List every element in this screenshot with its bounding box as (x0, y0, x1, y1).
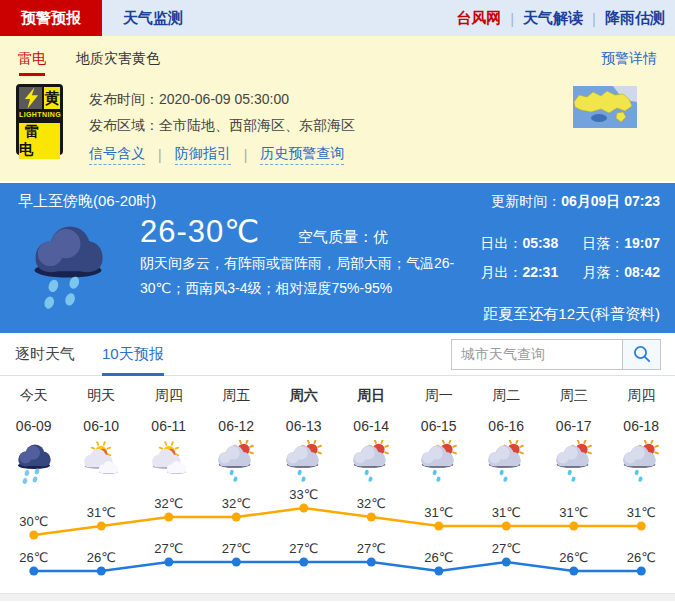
forecast-date: 06-16 (473, 418, 541, 436)
search-button[interactable] (622, 340, 660, 369)
svg-text:32℃: 32℃ (222, 496, 251, 511)
svg-text:26℃: 26℃ (19, 550, 48, 565)
svg-text:31℃: 31℃ (87, 505, 116, 520)
svg-text:26℃: 26℃ (424, 550, 453, 565)
moonrise-stat: 月出：22:31 (480, 264, 558, 282)
forecast-date: 06-12 (203, 418, 271, 436)
forecast-day-label: 周二 (473, 387, 541, 405)
publish-area-label: 发布区域： (89, 117, 159, 133)
forecast-column: 周六06-13 (270, 376, 338, 490)
forecast-date: 06-11 (135, 418, 203, 436)
forecast-column: 周二06-16 (473, 376, 541, 490)
weather-icon-shower (270, 440, 338, 490)
forecast-day-label: 今天 (0, 387, 68, 405)
link-rain-estimation[interactable]: 降雨估测 (605, 9, 665, 28)
forecast-date: 06-14 (338, 418, 406, 436)
nav-separator: | (592, 10, 596, 27)
top-nav: 预警预报 天气监测 台风网 | 天气解读 | 降雨估测 (0, 0, 675, 36)
forecast-day-label: 周一 (405, 387, 473, 405)
warning-body: 黄 LIGHTNING 雷电 发布时间：2020-06-09 05:30:00 … (0, 82, 675, 165)
svg-text:27℃: 27℃ (289, 541, 318, 556)
weather-icon-partly-cloudy (135, 440, 203, 490)
warning-tab-geological[interactable]: 地质灾害黄色 (76, 36, 160, 82)
warning-type-en: LIGHTNING (19, 109, 60, 121)
forecast-date: 06-13 (270, 418, 338, 436)
forecast-day-label: 周三 (540, 387, 608, 405)
moonset-stat: 月落：08:42 (582, 264, 660, 282)
forecast-column: 今天06-09 (0, 376, 68, 490)
svg-text:31℃: 31℃ (559, 505, 588, 520)
temperature-range: 26-30℃ (140, 213, 260, 250)
svg-text:31℃: 31℃ (424, 505, 453, 520)
solar-term-note[interactable]: 距夏至还有12天(科普资料) (483, 305, 660, 324)
svg-text:27℃: 27℃ (492, 541, 521, 556)
svg-text:26℃: 26℃ (627, 550, 656, 565)
forecast-day-label: 周六 (270, 387, 338, 405)
forecast-date: 06-09 (0, 418, 68, 436)
link-separator: | (158, 147, 162, 163)
weather-icon-shower (540, 440, 608, 490)
forecast-day-label: 周日 (338, 387, 406, 405)
svg-text:30℃: 30℃ (19, 514, 48, 529)
search-input[interactable] (452, 340, 622, 369)
weather-icon-shower (338, 440, 406, 490)
svg-text:31℃: 31℃ (627, 505, 656, 520)
sunrise-stat: 日出：05:38 (480, 235, 558, 253)
forecast-date: 06-17 (540, 418, 608, 436)
forecast-period-title: 早上至傍晚(06-20时) (18, 192, 156, 211)
weather-description: 阴天间多云，有阵雨或雷阵雨，局部大雨；气温26-30℃；西南风3-4级；相对湿度… (140, 251, 474, 301)
forecast-column: 周一06-15 (405, 376, 473, 490)
warning-info: 发布时间：2020-06-09 05:30:00 发布区域：全市陆地、西部海区、… (89, 84, 355, 165)
warning-tab-lightning[interactable]: 雷电 (18, 36, 46, 82)
weather-icon-rain (0, 440, 68, 490)
svg-text:27℃: 27℃ (154, 541, 183, 556)
link-typhoon-net[interactable]: 台风网 (456, 9, 501, 28)
sun-moon-stats: 日出：05:38 日落：19:07 月出：22:31 月落：08:42 (480, 211, 660, 317)
sunset-stat: 日落：19:07 (582, 235, 660, 253)
link-signal-meaning[interactable]: 信号含义 (89, 145, 145, 165)
forecast-column: 明天06-10 (68, 376, 136, 490)
svg-text:26℃: 26℃ (87, 550, 116, 565)
ten-day-forecast: 今天06-09 明天06-10 周四06-11 周五06-12 周六06-13 (0, 376, 675, 593)
link-separator: | (244, 147, 248, 163)
publish-time-label: 发布时间： (89, 91, 159, 107)
forecast-day-label: 周四 (608, 387, 675, 405)
weather-app: { "top_nav": { "tabs": [ {"label": "预警预报… (0, 0, 675, 603)
tab-hourly-weather[interactable]: 逐时天气 (15, 333, 75, 375)
svg-text:32℃: 32℃ (357, 496, 386, 511)
publish-area-value: 全市陆地、西部海区、东部海区 (159, 117, 355, 133)
footer-strip (0, 593, 675, 601)
weather-icon-shower (405, 440, 473, 490)
forecast-day-label: 周四 (135, 387, 203, 405)
temperature-chart: 30℃31℃32℃32℃33℃32℃31℃31℃31℃31℃26℃26℃27℃2… (0, 486, 675, 588)
svg-text:26℃: 26℃ (559, 550, 588, 565)
svg-text:32℃: 32℃ (154, 496, 183, 511)
warning-area-map-thumbnail[interactable] (573, 86, 637, 132)
warning-level-badge: 黄 (42, 87, 60, 109)
forecast-column: 周五06-12 (203, 376, 271, 490)
link-defense-guide[interactable]: 防御指引 (175, 145, 231, 165)
publish-time-value: 2020-06-09 05:30:00 (159, 91, 289, 107)
lightning-warning-sign-icon: 黄 LIGHTNING 雷电 (16, 84, 63, 155)
forecast-column: 周四06-11 (135, 376, 203, 490)
city-weather-search (451, 339, 661, 370)
warning-tabs: 雷电 地质灾害黄色 预警详情 (0, 36, 675, 82)
weather-icon-partly-cloudy (68, 440, 136, 490)
forecast-tabs-row: 逐时天气 10天预报 (0, 333, 675, 376)
warning-detail-link[interactable]: 预警详情 (601, 50, 657, 68)
tab-weather-monitor[interactable]: 天气监测 (102, 0, 204, 36)
link-warning-history[interactable]: 历史预警查询 (260, 145, 344, 165)
warning-type-cn: 雷电 (19, 121, 60, 159)
tab-10day-forecast[interactable]: 10天预报 (102, 333, 164, 375)
link-weather-interpretation[interactable]: 天气解读 (523, 9, 583, 28)
air-quality: 空气质量：优 (298, 228, 388, 247)
weather-icon-shower (473, 440, 541, 490)
search-icon (633, 345, 651, 363)
forecast-date: 06-10 (68, 418, 136, 436)
svg-text:27℃: 27℃ (357, 541, 386, 556)
update-time: 更新时间：06月09日 07:23 (491, 193, 660, 211)
current-weather-section: 早上至傍晚(06-20时) 更新时间：06月09日 07:23 26-30℃ 空… (0, 183, 675, 333)
forecast-date: 06-18 (608, 418, 675, 436)
tab-warning-forecast[interactable]: 预警预报 (0, 0, 102, 36)
forecast-day-label: 周五 (203, 387, 271, 405)
